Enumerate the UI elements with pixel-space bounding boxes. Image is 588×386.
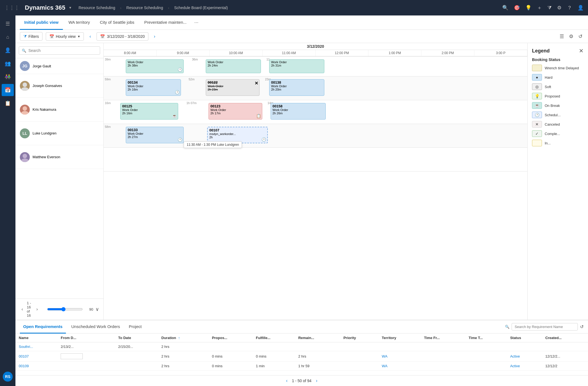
req-search-icon[interactable]: 🔍 — [505, 325, 509, 329]
add-icon[interactable]: ＋ — [537, 4, 542, 11]
settings-nav-icon[interactable]: ⚙ — [557, 5, 562, 11]
sidebar-schedule-icon[interactable]: 📋 — [2, 97, 14, 109]
date-next-arrow[interactable]: › — [152, 33, 157, 40]
booking-block[interactable]: 00122 Work Order 2h 23m ✕ — [206, 79, 260, 96]
col-remaining[interactable]: Remain... — [295, 334, 340, 342]
date-prev-arrow[interactable]: ‹ — [87, 33, 93, 40]
refresh-icon[interactable]: ↺ — [577, 32, 584, 41]
row-name-link[interactable]: Southri... — [19, 345, 33, 349]
row-to: 2/15/20... — [115, 342, 158, 351]
col-from[interactable]: From D... — [57, 334, 115, 342]
booking-block[interactable]: 00125 Work Order 2h 16m ☕ — [120, 103, 178, 120]
col-name[interactable]: Name — [15, 334, 57, 342]
tab-more-icon[interactable]: ··· — [192, 20, 201, 25]
req-tab-project[interactable]: Project — [125, 320, 145, 334]
col-priority[interactable]: Priority — [340, 334, 378, 342]
tab-wa-territory[interactable]: WA territory — [64, 15, 94, 30]
resource-name: Matthew Everson — [33, 155, 60, 159]
sidebar-home-icon[interactable]: ⌂ — [2, 31, 14, 43]
target-icon[interactable]: 🎯 — [514, 5, 520, 11]
time-slot: 2:00 PM — [421, 50, 474, 56]
resource-next-page[interactable]: › — [35, 306, 39, 312]
block-duration: 2h 23m — [208, 88, 258, 91]
duration-label: 58m — [105, 125, 111, 128]
booking-block[interactable]: 00134 Work Order 2h 16m 🕐 — [126, 79, 181, 96]
row-remaining — [295, 342, 340, 351]
col-territory[interactable]: Territory — [378, 334, 421, 342]
col-status[interactable]: Status — [507, 334, 542, 342]
block-id: 00125 — [122, 104, 176, 108]
booking-block[interactable]: Work Order 2h 38m 🕐 — [126, 59, 184, 73]
booking-block[interactable]: Work Order 2h 24m — [206, 59, 261, 73]
sidebar-user-icon[interactable]: 👤 — [2, 44, 14, 56]
filter-nav-icon[interactable]: ⧩ — [547, 5, 552, 11]
resource-item[interactable]: Joseph Gonsalves — [15, 74, 103, 98]
grid-icon[interactable]: ⋮⋮⋮ — [4, 5, 19, 11]
row-priority — [340, 362, 378, 371]
col-created[interactable]: Created... — [542, 334, 588, 342]
row-proposed: 0 mins — [209, 362, 252, 371]
list-view-icon[interactable]: ☰ — [558, 32, 565, 41]
resource-item[interactable]: LL Luke Lundgren — [15, 121, 103, 145]
booking-block-dashed[interactable]: 00107 msdyn_workorder... 2h 🕐 — [207, 127, 268, 143]
booking-block[interactable]: 00123 Work Order 2h 17m 📋 — [209, 103, 262, 120]
booking-block[interactable]: Work Order 2h 31m — [269, 59, 324, 73]
help-icon[interactable]: ？ — [567, 4, 572, 11]
col-to[interactable]: To Date — [115, 334, 158, 342]
lightbulb-icon[interactable]: 💡 — [525, 5, 531, 11]
sidebar-calendar-icon[interactable]: 📅 — [2, 84, 14, 96]
search-nav-icon[interactable]: 🔍 — [502, 5, 508, 11]
col-duration[interactable]: Duration ↑ — [158, 334, 209, 342]
tab-preventative[interactable]: Preventative mainten... — [140, 15, 191, 30]
pag-next-arrow[interactable]: › — [314, 378, 319, 384]
status-link[interactable]: Active — [510, 364, 520, 368]
sidebar-groups-icon[interactable]: 👫 — [2, 71, 14, 83]
profile-icon[interactable]: 👤 — [578, 5, 584, 11]
row-name-link[interactable]: 00109 — [19, 364, 29, 368]
resource-item[interactable]: Matthew Everson — [15, 145, 103, 169]
status-link[interactable]: Active — [510, 354, 520, 358]
sidebar-menu-icon[interactable]: ☰ — [2, 18, 14, 30]
table-row: 00109 2 hrs 0 mins 1 min 1 hr 59 WA Acti… — [15, 362, 588, 371]
booking-block[interactable]: 00133 Work Order 2h 27m 🕐 — [126, 127, 184, 143]
resource-item[interactable]: Kris Nakamura — [15, 98, 103, 121]
avatar — [20, 105, 30, 115]
hourly-view-button[interactable]: 📅 Hourly view ▼ — [46, 32, 84, 41]
territory-link[interactable]: WA — [382, 354, 387, 358]
pag-prev-arrow[interactable]: ‹ — [284, 378, 290, 384]
legend-item-label: Soft — [545, 85, 551, 89]
rs-badge[interactable]: RS — [3, 372, 13, 382]
zoom-slider[interactable] — [47, 307, 83, 311]
sidebar-contacts-icon[interactable]: 👥 — [2, 57, 14, 70]
territory-link[interactable]: WA — [382, 364, 387, 368]
col-proposed[interactable]: Propos... — [209, 334, 252, 342]
search-input[interactable] — [28, 48, 97, 53]
collapse-button[interactable]: ∨ — [95, 306, 99, 312]
date-input[interactable] — [61, 353, 83, 359]
req-search-input[interactable] — [512, 323, 578, 331]
booking-block[interactable]: 00138 Work Order 2h 20m — [269, 79, 324, 96]
req-tab-unscheduled[interactable]: Unscheduled Work Orders — [68, 320, 123, 334]
req-tab-open[interactable]: Open Requirements — [20, 320, 66, 334]
row-name-link[interactable]: 00107 — [19, 354, 29, 358]
booking-block[interactable]: 00158 Work Order 2h 26m — [271, 103, 326, 120]
gantt-row: 39m Work Order 2h 38m 🕐 36m Work Order 2… — [104, 57, 527, 76]
filters-button[interactable]: ⧩ Filters — [20, 32, 42, 41]
date-range-picker[interactable]: 📅 3/12/2020 - 3/18/2020 — [97, 32, 148, 41]
app-dropdown-icon[interactable]: ▼ — [69, 6, 72, 10]
svg-point-4 — [23, 154, 27, 158]
resource-prev-page[interactable]: ‹ — [20, 306, 25, 312]
legend-item-label: On Break — [545, 104, 560, 108]
view-label: Hourly view — [56, 34, 76, 39]
tab-initial-public-view[interactable]: Initial public view — [20, 15, 63, 30]
settings-board-icon[interactable]: ⚙ — [568, 32, 574, 41]
col-time-t[interactable]: Time T... — [465, 334, 507, 342]
tab-city-seattle[interactable]: City of Seattle jobs — [95, 15, 139, 30]
col-time-fr[interactable]: Time Fr... — [421, 334, 466, 342]
breadcrumb1[interactable]: Resource Scheduling — [126, 6, 163, 10]
col-fulfilled[interactable]: Fulfille... — [253, 334, 295, 342]
req-refresh-icon[interactable]: ↺ — [580, 324, 584, 329]
legend-close-button[interactable]: ✕ — [579, 47, 584, 54]
row-time-fr — [421, 362, 466, 371]
resource-item[interactable]: JG Jorge Gault — [15, 58, 103, 74]
